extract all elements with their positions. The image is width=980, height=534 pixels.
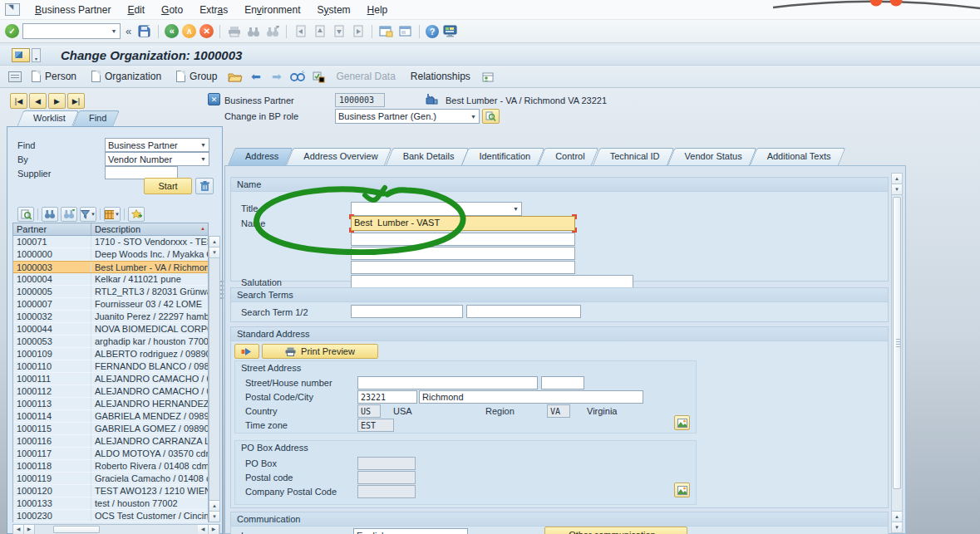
first-record-button[interactable]: |◀ bbox=[10, 93, 27, 109]
filter-button[interactable]: ▼ bbox=[80, 207, 96, 222]
postal-code-input[interactable]: 23221 bbox=[357, 390, 417, 404]
search-term1-input[interactable] bbox=[351, 305, 463, 318]
name-line2-input[interactable] bbox=[351, 233, 575, 246]
table-row[interactable]: 1000117 ALDO MOTOYA / 03570 cdm bbox=[13, 448, 208, 460]
bp-number-field[interactable]: 1000003 bbox=[335, 93, 385, 107]
table-row[interactable]: 1000116 ALEJANDRO CARRANZA LEC bbox=[13, 435, 208, 448]
menu-item[interactable]: Edit bbox=[119, 1, 153, 19]
previous-bp-button[interactable]: ⬅ bbox=[248, 69, 263, 85]
po-box-input[interactable] bbox=[357, 457, 416, 470]
display-change-button[interactable] bbox=[289, 69, 305, 85]
clear-button[interactable] bbox=[195, 178, 214, 194]
start-button[interactable]: Start bbox=[144, 178, 192, 194]
city-input[interactable]: Richmond bbox=[419, 390, 643, 404]
menu-item[interactable]: Goto bbox=[153, 1, 191, 19]
prev-record-button[interactable]: ◀ bbox=[29, 93, 47, 109]
table-row[interactable]: 1000115 GABRIELA GOMEZ / 09890 co bbox=[13, 423, 208, 435]
table-row[interactable]: 1000004 Kelkar / 411021 pune bbox=[13, 273, 208, 286]
table-row[interactable]: 1000111 ALEJANDRO CAMACHO / 098 bbox=[13, 373, 208, 385]
menu-item[interactable]: Extras bbox=[191, 1, 236, 19]
scroll-down-icon[interactable]: ▼ bbox=[209, 247, 219, 258]
find-by-select[interactable]: Vendor Number▼ bbox=[105, 152, 209, 166]
content-vertical-scrollbar[interactable]: ▲ ▼ ▲ ▼ bbox=[891, 173, 903, 533]
back-button[interactable]: « bbox=[165, 24, 179, 38]
company-postal-input[interactable] bbox=[357, 485, 416, 498]
scroll-left-icon[interactable]: ◀ bbox=[198, 525, 209, 534]
prev-page-button[interactable] bbox=[312, 23, 327, 39]
detail-tab[interactable]: Additional Texts bbox=[753, 148, 842, 166]
last-page-button[interactable] bbox=[350, 23, 366, 39]
system-menu-icon[interactable] bbox=[5, 3, 20, 16]
scrollbar-thumb[interactable] bbox=[53, 526, 100, 533]
menu-item[interactable]: Business Partner bbox=[27, 1, 119, 19]
menu-item[interactable]: Help bbox=[359, 1, 396, 19]
role-detail-button[interactable] bbox=[482, 109, 500, 124]
table-row[interactable]: 1000000 Deep Woods Inc. / Myakka Cit bbox=[13, 248, 208, 261]
scroll-up-icon[interactable]: ▲ bbox=[892, 511, 902, 522]
table-row[interactable]: 1000113 ALEJANDRO HERNANDEZ / 0 bbox=[13, 398, 208, 410]
table-row[interactable]: 1000053 arghadip kar / houston 77002 bbox=[13, 336, 208, 348]
title-select[interactable]: ▼ bbox=[351, 202, 522, 216]
region-code-field[interactable]: VA bbox=[547, 404, 570, 418]
table-row[interactable]: 1000119 Graciela Camacho / 01408 cd bbox=[13, 473, 208, 485]
next-page-button[interactable] bbox=[331, 23, 347, 39]
name-input[interactable]: Best Lumber - VAST bbox=[351, 216, 575, 231]
detail-tab[interactable]: Bank Details bbox=[389, 148, 465, 166]
table-row[interactable]: 1000133 test / houston 77002 bbox=[13, 497, 208, 510]
address-transfer-button[interactable] bbox=[234, 344, 259, 359]
bp-lock-button[interactable] bbox=[310, 69, 326, 85]
scroll-right-icon[interactable]: ▶ bbox=[24, 525, 35, 534]
title-menu-icon[interactable]: ▾ bbox=[32, 48, 41, 62]
menu-item[interactable]: System bbox=[309, 1, 359, 19]
name-line4-input[interactable] bbox=[351, 261, 575, 274]
table-row[interactable]: 1000112 ALEJANDRO CAMACHO / 098 bbox=[13, 385, 208, 398]
map-button[interactable] bbox=[674, 415, 690, 430]
command-field[interactable]: ▼ bbox=[22, 23, 121, 39]
menu-item[interactable]: Environment bbox=[236, 1, 308, 19]
detail-tab[interactable]: Vendor Status bbox=[671, 148, 753, 166]
overview-grid-icon[interactable] bbox=[8, 71, 22, 82]
shortcut-button[interactable] bbox=[397, 23, 413, 39]
po-postal-input[interactable] bbox=[357, 471, 416, 484]
bp-role-select[interactable]: Business Partner (Gen.)▼ bbox=[335, 109, 480, 124]
scroll-down-icon[interactable]: ▼ bbox=[892, 184, 902, 195]
language-select[interactable]: English▼ bbox=[353, 528, 468, 534]
detail-tab[interactable]: Identification bbox=[465, 148, 541, 166]
table-row[interactable]: 100071 1710 - STO Vendorxxx - TES bbox=[13, 236, 208, 248]
find-category-select[interactable]: Business Partner▼ bbox=[105, 138, 209, 152]
search-term2-input[interactable] bbox=[466, 305, 581, 318]
relationships-button[interactable]: Relationships bbox=[406, 68, 475, 85]
add-favorite-button[interactable] bbox=[128, 207, 145, 222]
table-row[interactable]: 1000230 OCS Test Customer / Cincinna bbox=[13, 510, 208, 522]
close-worklist-button[interactable]: ✕ bbox=[208, 93, 220, 105]
relationship-overview-button[interactable] bbox=[480, 69, 496, 85]
panel-splitter[interactable] bbox=[220, 281, 224, 299]
left-tab[interactable]: Worklist bbox=[20, 110, 76, 127]
refresh-search-button[interactable] bbox=[17, 207, 34, 222]
find-in-list-button[interactable] bbox=[42, 207, 58, 222]
scroll-up-icon[interactable]: ▲ bbox=[892, 174, 902, 184]
cancel-button[interactable]: ✕ bbox=[199, 24, 214, 38]
open-bp-button[interactable] bbox=[227, 69, 243, 85]
detail-tab[interactable]: Address Overview bbox=[289, 148, 388, 166]
new-session-button[interactable] bbox=[378, 23, 394, 39]
organization-button[interactable]: Organization bbox=[86, 68, 166, 85]
scroll-up-icon[interactable]: ▲ bbox=[209, 237, 219, 247]
next-record-button[interactable]: ▶ bbox=[48, 93, 66, 109]
other-communication-button[interactable]: Other communication... bbox=[544, 527, 687, 534]
scroll-down-icon[interactable]: ▼ bbox=[892, 522, 902, 532]
layout-button[interactable]: ▼ bbox=[104, 207, 121, 222]
person-button[interactable]: Person bbox=[27, 68, 81, 85]
table-row[interactable]: 1000114 GABRIELA MENDEZ / 09890 ( bbox=[13, 410, 208, 423]
print-button[interactable] bbox=[226, 23, 242, 39]
print-preview-button[interactable]: Print Preview bbox=[262, 344, 378, 359]
gui-settings-button[interactable] bbox=[442, 23, 458, 39]
group-button[interactable]: Group bbox=[171, 68, 222, 85]
table-row[interactable]: 1000044 NOVA BIOMEDICAL CORPOR bbox=[13, 323, 208, 336]
detail-tab[interactable]: Address bbox=[231, 148, 289, 166]
table-row[interactable]: 1000005 RTL2_RTL3 / 82031 Grünwald bbox=[13, 286, 208, 298]
map-button[interactable] bbox=[674, 483, 690, 497]
table-row[interactable]: 1000118 Roberto Rivera / 01408 cdmx bbox=[13, 460, 208, 473]
first-page-button[interactable] bbox=[293, 23, 308, 39]
enter-button[interactable]: ✓ bbox=[5, 24, 19, 38]
